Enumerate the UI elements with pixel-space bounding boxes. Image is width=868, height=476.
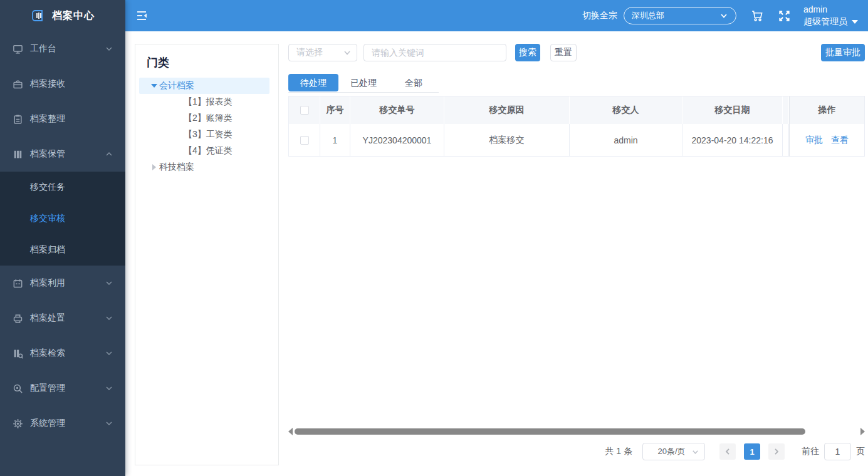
- keyword-input[interactable]: [363, 44, 506, 61]
- reset-button[interactable]: 重置: [550, 44, 577, 61]
- tree-child-label: 【2】账簿类: [184, 113, 233, 124]
- column-spacer: [783, 96, 789, 124]
- sidebar-menu: 工作台 档案接收 档案整理: [0, 31, 125, 441]
- clipboard-icon: [13, 114, 23, 125]
- approve-link[interactable]: 审批: [805, 135, 823, 146]
- transfer-table: 序号 移交单号 移交原因 移交人 移交日期 操作 1 YJ20230420000…: [288, 96, 865, 157]
- user-role: 超级管理员: [803, 16, 847, 28]
- tree-child-label: 【4】凭证类: [184, 145, 233, 157]
- sidebar-item-storage[interactable]: 档案保管: [0, 137, 125, 172]
- briefcase-icon: [13, 79, 23, 90]
- batch-approve-button[interactable]: 批量审批: [821, 44, 865, 61]
- goto-page-input[interactable]: [824, 443, 851, 460]
- sidebar-item-workbench[interactable]: 工作台: [0, 31, 125, 66]
- tab-processed[interactable]: 已处理: [338, 74, 389, 91]
- page-size-select[interactable]: 20条/页: [642, 443, 705, 460]
- next-page-button[interactable]: [768, 443, 785, 460]
- app-title: 档案中心: [52, 9, 95, 23]
- tabs: 待处理 已处理 全部: [288, 74, 865, 93]
- sidebar-item-usage[interactable]: 档案利用: [0, 266, 125, 301]
- tree-node-accounting[interactable]: 会计档案: [139, 78, 269, 94]
- caret-collapsed-icon: [152, 164, 156, 170]
- cell-index: 1: [320, 124, 350, 157]
- tree-child-vouchers[interactable]: 【4】凭证类: [135, 143, 278, 159]
- tree-node-technology[interactable]: 科技档案: [139, 159, 269, 175]
- submenu-item-transfer-review[interactable]: 移交审核: [0, 203, 125, 234]
- sidebar-item-label: 配置管理: [30, 383, 105, 394]
- prev-page-button[interactable]: [719, 443, 736, 460]
- tree-child-reports[interactable]: 【1】报表类: [135, 94, 278, 110]
- column-header-index: 序号: [320, 96, 350, 124]
- page-number-button[interactable]: 1: [744, 443, 760, 460]
- tree-child-ledgers[interactable]: 【2】账簿类: [135, 110, 278, 127]
- submenu-item-label: 移交审核: [30, 213, 65, 224]
- category-panel-title: 门类: [147, 55, 278, 70]
- fullscreen-icon[interactable]: [778, 9, 791, 23]
- category-panel: 门类 会计档案 【1】报表类 【2】账簿类 【3】工资类 【4】凭证类 科技档案: [135, 44, 279, 465]
- search-button[interactable]: 搜索: [515, 44, 540, 61]
- tab-all[interactable]: 全部: [389, 74, 439, 91]
- user-menu[interactable]: admin 超级管理员: [803, 4, 858, 28]
- chevron-down-icon: [105, 349, 113, 357]
- scrollbar-thumb[interactable]: [295, 428, 805, 435]
- sidebar-item-config[interactable]: 配置管理: [0, 371, 125, 406]
- cell-person: admin: [570, 124, 682, 157]
- chevron-down-icon: [852, 20, 858, 24]
- bookshelf-icon: [13, 149, 23, 160]
- tab-pending[interactable]: 待处理: [288, 74, 338, 91]
- org-select[interactable]: 深圳总部: [624, 7, 736, 24]
- select-all-checkbox[interactable]: [300, 106, 309, 115]
- sidebar-item-receive[interactable]: 档案接收: [0, 66, 125, 101]
- sidebar-item-label: 档案整理: [30, 113, 113, 125]
- sidebar-item-label: 档案接收: [30, 78, 113, 90]
- submenu-item-archive-filing[interactable]: 档案归档: [0, 234, 125, 266]
- tree-node-label: 会计档案: [159, 80, 194, 91]
- cell-spacer: [783, 124, 789, 157]
- cell-transfer-no: YJ202304200001: [350, 124, 444, 157]
- chevron-left-icon: [724, 448, 731, 455]
- menu-fold-icon[interactable]: [135, 9, 149, 23]
- monitor-icon: [13, 44, 23, 54]
- column-header-person: 移交人: [570, 96, 682, 124]
- topbar: 切换全宗 深圳总部 admin 超级管理员: [125, 0, 868, 31]
- org-select-value: 深圳总部: [632, 10, 719, 21]
- content-panel: 请选择 搜索 重置 批量审批 待处理 已处理 全部 序号 移交单号 移交原因 移…: [288, 44, 865, 460]
- chevron-down-icon: [105, 45, 113, 53]
- cart-icon[interactable]: [750, 8, 765, 23]
- filter-select[interactable]: 请选择: [288, 44, 357, 61]
- sidebar-item-system[interactable]: 系统管理: [0, 406, 125, 441]
- chevron-down-icon: [343, 48, 352, 57]
- page-unit-label: 页: [856, 446, 865, 457]
- cell-reason: 档案移交: [444, 124, 570, 157]
- column-header-actions: 操作: [789, 96, 864, 124]
- filter-toolbar: 请选择 搜索 重置 批量审批: [288, 44, 865, 61]
- cell-date: 2023-04-20 14:22:16: [682, 124, 783, 157]
- sidebar-item-label: 档案保管: [30, 148, 105, 160]
- page-size-value: 20条/页: [652, 446, 691, 457]
- column-header-transfer-no: 移交单号: [350, 96, 444, 124]
- submenu-item-transfer-task[interactable]: 移交任务: [0, 172, 125, 203]
- pagination: 共 1 条 20条/页 1 前往 页: [288, 443, 865, 460]
- row-checkbox[interactable]: [300, 136, 309, 145]
- chevron-down-icon: [105, 279, 113, 287]
- scroll-right-arrow-icon[interactable]: [860, 428, 865, 435]
- chevron-down-icon: [105, 420, 113, 427]
- chevron-down-icon: [719, 11, 728, 20]
- books-search-icon: [13, 348, 23, 359]
- sidebar-item-label: 档案检索: [30, 348, 105, 359]
- sidebar-item-disposal[interactable]: 档案处置: [0, 301, 125, 336]
- goto-label: 前往: [802, 446, 819, 457]
- chevron-right-icon: [773, 448, 780, 455]
- scroll-left-arrow-icon[interactable]: [288, 428, 293, 435]
- caret-expanded-icon: [151, 84, 157, 88]
- username: admin: [803, 4, 858, 16]
- table-header-row: 序号 移交单号 移交原因 移交人 移交日期 操作: [289, 96, 864, 124]
- chevron-up-icon: [105, 150, 113, 158]
- sidebar-item-organize[interactable]: 档案整理: [0, 101, 125, 137]
- column-header-date: 移交日期: [682, 96, 783, 124]
- tree-child-salary[interactable]: 【3】工资类: [135, 127, 278, 143]
- sidebar-item-retrieval[interactable]: 档案检索: [0, 336, 125, 371]
- pagination-total: 共 1 条: [605, 446, 632, 457]
- main-content: 门类 会计档案 【1】报表类 【2】账簿类 【3】工资类 【4】凭证类 科技档案…: [125, 31, 868, 476]
- view-link[interactable]: 查看: [831, 135, 849, 146]
